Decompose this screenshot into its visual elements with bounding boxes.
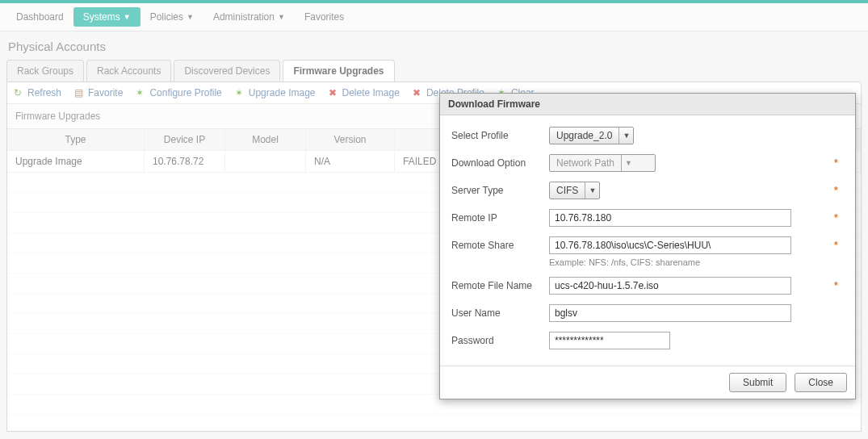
- page-title: Physical Accounts: [0, 31, 868, 60]
- select-profile-dropdown[interactable]: Upgrade_2.0 ▼: [549, 127, 634, 144]
- cell-model: [225, 151, 306, 172]
- col-version[interactable]: Version: [306, 129, 395, 150]
- menu-systems[interactable]: Systems▼: [73, 7, 140, 27]
- refresh-button[interactable]: ↻Refresh: [12, 87, 61, 98]
- menu-administration[interactable]: Administration▼: [203, 7, 295, 27]
- chevron-down-icon: ▼: [619, 128, 633, 144]
- label-remote-file-name: Remote File Name: [451, 280, 544, 291]
- label-server-type: Server Type: [451, 185, 544, 196]
- upgrade-icon: ✶: [233, 87, 245, 98]
- chevron-down-icon: ▼: [621, 155, 635, 171]
- remote-file-name-input[interactable]: [549, 277, 791, 295]
- tab-firmware-upgrades[interactable]: Firmware Upgrades: [283, 60, 394, 82]
- cell-version: N/A: [306, 151, 395, 172]
- chevron-down-icon: ▼: [585, 182, 599, 199]
- col-type[interactable]: Type: [7, 129, 145, 150]
- upgrade-image-button[interactable]: ✶Upgrade Image: [233, 87, 316, 98]
- menu-dashboard[interactable]: Dashboard: [6, 7, 73, 27]
- remote-share-hint: Example: NFS: /nfs, CIFS: sharename: [549, 257, 829, 267]
- tab-discovered-devices[interactable]: Discovered Devices: [174, 60, 280, 82]
- delete-image-button[interactable]: ✖Delete Image: [327, 87, 400, 98]
- user-name-input[interactable]: [549, 304, 791, 322]
- label-select-profile: Select Profile: [451, 130, 544, 141]
- download-firmware-dialog: Download Firmware Select Profile Upgrade…: [439, 93, 856, 399]
- label-password: Password: [451, 335, 544, 346]
- label-user-name: User Name: [451, 307, 544, 319]
- delete-icon: ✖: [327, 87, 338, 98]
- tab-rack-groups[interactable]: Rack Groups: [6, 60, 84, 82]
- required-marker: *: [834, 157, 844, 169]
- col-device-ip[interactable]: Device IP: [145, 129, 225, 150]
- menubar: Dashboard Systems▼ Policies▼ Administrat…: [0, 3, 868, 31]
- chevron-down-icon: ▼: [124, 13, 131, 21]
- label-remote-share: Remote Share: [451, 240, 544, 251]
- password-input[interactable]: [549, 332, 670, 349]
- remote-ip-input[interactable]: [549, 209, 791, 227]
- bookmark-icon: ▤: [73, 87, 84, 98]
- dialog-title: Download Firmware: [440, 94, 855, 115]
- required-marker: *: [834, 280, 844, 291]
- label-download-option: Download Option: [451, 157, 544, 169]
- chevron-down-icon: ▼: [187, 13, 194, 21]
- col-model[interactable]: Model: [225, 129, 306, 150]
- tab-rack-accounts[interactable]: Rack Accounts: [86, 60, 171, 82]
- cell-device-ip: 10.76.78.72: [145, 151, 225, 172]
- close-button[interactable]: Close: [795, 373, 847, 392]
- download-option-dropdown[interactable]: Network Path ▼: [549, 154, 656, 172]
- configure-profile-button[interactable]: ✶Configure Profile: [134, 87, 221, 98]
- favorite-button[interactable]: ▤Favorite: [73, 87, 123, 98]
- submit-button[interactable]: Submit: [729, 373, 786, 392]
- delete-icon: ✖: [411, 87, 422, 98]
- remote-share-input[interactable]: [549, 236, 791, 254]
- cell-type: Upgrade Image: [7, 151, 145, 172]
- required-marker: *: [834, 212, 844, 224]
- required-marker: *: [834, 185, 844, 196]
- label-remote-ip: Remote IP: [451, 212, 544, 224]
- chevron-down-icon: ▼: [278, 13, 285, 21]
- gear-icon: ✶: [134, 87, 145, 98]
- menu-policies[interactable]: Policies▼: [140, 7, 203, 27]
- required-marker: *: [834, 240, 844, 251]
- tabbar: Rack Groups Rack Accounts Discovered Dev…: [0, 60, 868, 82]
- refresh-icon: ↻: [12, 87, 23, 98]
- menu-favorites[interactable]: Favorites: [295, 7, 354, 27]
- server-type-dropdown[interactable]: CIFS ▼: [549, 182, 600, 199]
